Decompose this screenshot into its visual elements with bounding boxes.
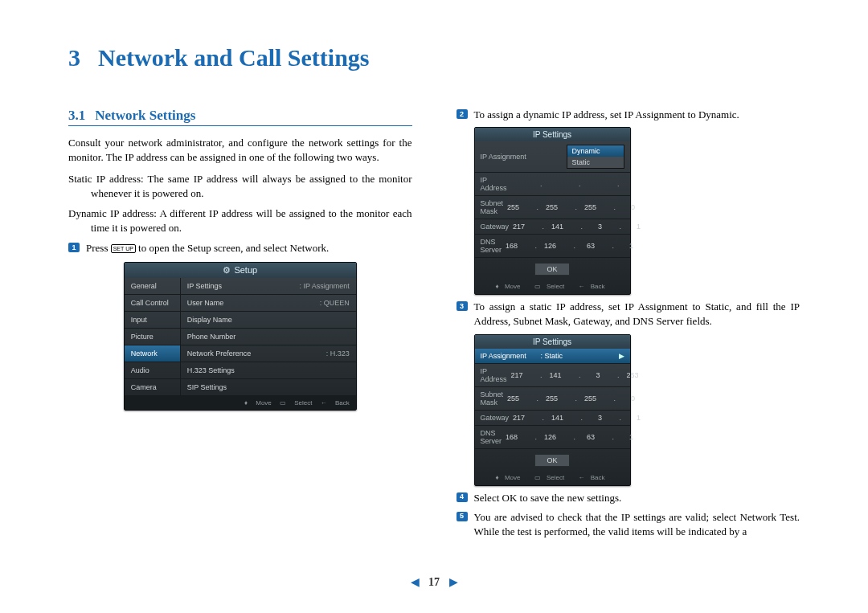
osd-nav-item: Call Control — [125, 295, 180, 312]
osd-footer: ♦ Move ▭ Select ← Back — [475, 472, 630, 485]
gear-icon: ⚙ — [223, 265, 231, 275]
step-1: 1 Press SET UP to open the Setup screen,… — [68, 241, 412, 255]
step-2: 2 To assign a dynamic IP address, set IP… — [457, 108, 800, 122]
osd-row-ip-assignment-selected: IP Assignment : Static ▶ — [475, 349, 630, 364]
step-4-text: Select OK to save the new settings. — [474, 492, 622, 504]
arrow-right-icon: ▶ — [619, 352, 624, 360]
osd-nav-item-selected: Network — [125, 345, 180, 362]
osd-footer: ♦ Move ▭ Select ← Back — [475, 280, 630, 294]
step-3: 3 To assign a static IP address, set IP … — [457, 300, 800, 329]
step-badge-5: 5 — [457, 512, 468, 521]
chapter-title: Network and Call Settings — [98, 44, 370, 71]
step-1-text-b: to open the Setup screen, and select Net… — [136, 242, 329, 254]
step-badge-1: 1 — [68, 243, 80, 252]
chapter-heading: 3Network and Call Settings — [68, 44, 800, 72]
osd-nav-item: Audio — [125, 362, 180, 379]
osd-ok-button: OK — [534, 263, 570, 276]
step-2-text: To assign a dynamic IP address, set IP A… — [474, 108, 739, 121]
chapter-number: 3 — [68, 44, 80, 71]
osd-setup-title: ⚙Setup — [125, 263, 356, 278]
page-nav: ◀ 17 ▶ — [0, 575, 868, 589]
osd-ip-static-screenshot: IP Settings IP Assignment : Static ▶ IP … — [474, 334, 631, 486]
osd-dropdown-option: Static — [567, 157, 624, 168]
step-5: 5 You are advised to check that the IP s… — [457, 510, 800, 539]
osd-dropdown: Dynamic Static — [567, 145, 624, 169]
section-number: 3.1 — [68, 108, 85, 123]
osd-ok-button: OK — [534, 454, 570, 467]
osd-ip-dynamic-screenshot: IP Settings IP Assignment Dynamic Static… — [474, 127, 631, 295]
osd-nav-item: Camera — [125, 379, 180, 396]
setup-key: SET UP — [111, 244, 136, 253]
def-dynamic: Dynamic IP address: A different IP addre… — [68, 206, 412, 235]
osd-nav-item: General — [125, 278, 180, 295]
step-1-text-a: Press — [86, 242, 111, 254]
step-badge-4: 4 — [457, 492, 468, 502]
osd-setup-nav: General Call Control Input Picture Netwo… — [125, 278, 181, 396]
step-5-text: You are advised to check that the IP set… — [474, 511, 800, 537]
intro-text: Consult your network administrator, and … — [68, 136, 412, 164]
osd-setup-content: IP Settings: IP Assignment User Name: QU… — [181, 278, 356, 396]
osd-row-ip-assignment: IP Assignment Dynamic Static — [475, 141, 630, 173]
step-4: 4 Select OK to save the new settings. — [457, 491, 800, 505]
def-static: Static IP address: The same IP address w… — [68, 172, 412, 200]
page-number: 17 — [428, 576, 440, 588]
osd-nav-item: Input — [125, 312, 180, 329]
step-badge-3: 3 — [457, 301, 468, 311]
prev-page-icon[interactable]: ◀ — [411, 576, 420, 588]
osd-setup-screenshot: ⚙Setup General Call Control Input Pictur… — [124, 262, 357, 411]
section-heading: 3.1Network Settings — [68, 108, 412, 126]
osd-ip-title: IP Settings — [475, 128, 630, 141]
step-badge-2: 2 — [457, 109, 468, 119]
osd-ip-title: IP Settings — [475, 335, 630, 349]
step-3-text: To assign a static IP address, set IP As… — [474, 300, 800, 327]
next-page-icon[interactable]: ▶ — [449, 576, 458, 588]
section-title: Network Settings — [95, 108, 195, 123]
osd-dropdown-option-selected: Dynamic — [567, 145, 624, 157]
osd-footer: ♦ Move ▭ Select ← Back — [125, 396, 356, 410]
osd-nav-item: Picture — [125, 329, 180, 345]
